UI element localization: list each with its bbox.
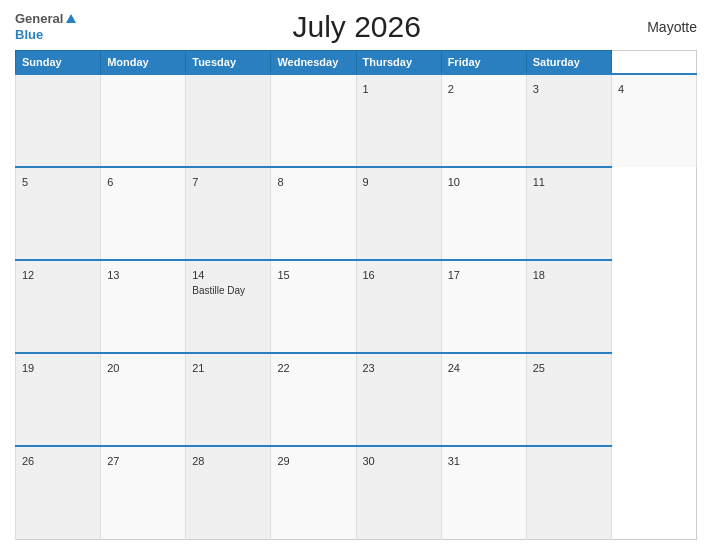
calendar-cell-empty (101, 74, 186, 167)
calendar-cell: 3 (526, 74, 611, 167)
calendar-title: July 2026 (76, 10, 637, 44)
col-monday: Monday (101, 51, 186, 75)
calendar-week-row: 567891011 (16, 167, 697, 260)
calendar-cell: 12 (16, 260, 101, 353)
calendar-cell: 14Bastille Day (186, 260, 271, 353)
day-number: 20 (107, 362, 119, 374)
calendar-cell: 2 (441, 74, 526, 167)
day-number: 8 (277, 176, 283, 188)
calendar-cell: 20 (101, 353, 186, 446)
calendar-week-row: 1234 (16, 74, 697, 167)
logo-general: General (15, 11, 63, 27)
calendar-cell (526, 446, 611, 539)
day-number: 24 (448, 362, 460, 374)
calendar-cell (186, 74, 271, 167)
day-number: 30 (363, 455, 375, 467)
day-number: 5 (22, 176, 28, 188)
calendar-cell: 7 (186, 167, 271, 260)
day-number: 25 (533, 362, 545, 374)
calendar-table: Sunday Monday Tuesday Wednesday Thursday… (15, 50, 697, 540)
day-number: 28 (192, 455, 204, 467)
calendar-cell: 19 (16, 353, 101, 446)
day-number: 2 (448, 83, 454, 95)
calendar-cell: 23 (356, 353, 441, 446)
header: General Blue July 2026 Mayotte (15, 10, 697, 44)
day-number: 3 (533, 83, 539, 95)
calendar-cell: 10 (441, 167, 526, 260)
calendar-cell: 4 (611, 74, 696, 167)
calendar-cell: 28 (186, 446, 271, 539)
calendar-cell: 27 (101, 446, 186, 539)
calendar-cell: 25 (526, 353, 611, 446)
day-number: 27 (107, 455, 119, 467)
day-number: 21 (192, 362, 204, 374)
region-label: Mayotte (637, 19, 697, 35)
col-friday: Friday (441, 51, 526, 75)
day-number: 10 (448, 176, 460, 188)
calendar-cell: 18 (526, 260, 611, 353)
calendar-cell: 16 (356, 260, 441, 353)
calendar-cell: 1 (356, 74, 441, 167)
day-number: 11 (533, 176, 545, 188)
day-number: 23 (363, 362, 375, 374)
logo-blue: Blue (15, 27, 76, 43)
day-number: 9 (363, 176, 369, 188)
calendar-cell: 29 (271, 446, 356, 539)
day-number: 29 (277, 455, 289, 467)
calendar-cell: 9 (356, 167, 441, 260)
calendar-week-row: 262728293031 (16, 446, 697, 539)
calendar-week-row: 121314Bastille Day15161718 (16, 260, 697, 353)
day-number: 13 (107, 269, 119, 281)
calendar-page: General Blue July 2026 Mayotte Sunday Mo… (0, 0, 712, 550)
calendar-cell: 8 (271, 167, 356, 260)
day-number: 15 (277, 269, 289, 281)
day-number: 22 (277, 362, 289, 374)
calendar-cell: 15 (271, 260, 356, 353)
calendar-cell: 24 (441, 353, 526, 446)
col-thursday: Thursday (356, 51, 441, 75)
calendar-cell: 17 (441, 260, 526, 353)
col-tuesday: Tuesday (186, 51, 271, 75)
col-sunday: Sunday (16, 51, 101, 75)
day-number: 18 (533, 269, 545, 281)
day-number: 17 (448, 269, 460, 281)
calendar-cell: 6 (101, 167, 186, 260)
day-number: 12 (22, 269, 34, 281)
day-number: 1 (363, 83, 369, 95)
calendar-cell: 21 (186, 353, 271, 446)
col-saturday: Saturday (526, 51, 611, 75)
event-label: Bastille Day (192, 285, 264, 296)
logo: General Blue (15, 11, 76, 42)
calendar-week-row: 19202122232425 (16, 353, 697, 446)
day-number: 6 (107, 176, 113, 188)
calendar-cell: 11 (526, 167, 611, 260)
calendar-cell (271, 74, 356, 167)
day-number: 26 (22, 455, 34, 467)
day-number: 14 (192, 269, 204, 281)
calendar-cell: 30 (356, 446, 441, 539)
calendar-cell: 26 (16, 446, 101, 539)
calendar-cell: 31 (441, 446, 526, 539)
calendar-cell: 13 (101, 260, 186, 353)
days-header-row: Sunday Monday Tuesday Wednesday Thursday… (16, 51, 697, 75)
calendar-cell-empty (16, 74, 101, 167)
col-wednesday: Wednesday (271, 51, 356, 75)
day-number: 16 (363, 269, 375, 281)
calendar-cell: 5 (16, 167, 101, 260)
logo-triangle-icon (66, 14, 76, 23)
day-number: 19 (22, 362, 34, 374)
day-number: 31 (448, 455, 460, 467)
calendar-cell: 22 (271, 353, 356, 446)
day-number: 7 (192, 176, 198, 188)
day-number: 4 (618, 83, 624, 95)
